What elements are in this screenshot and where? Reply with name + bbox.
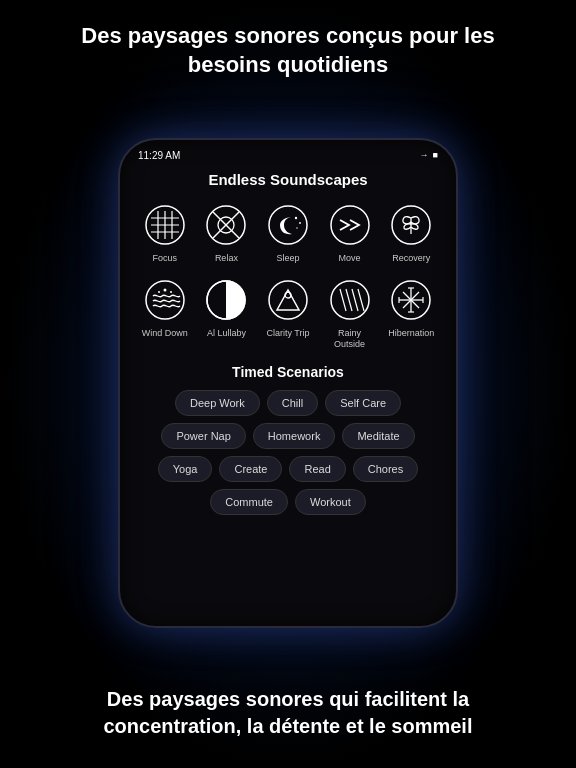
relax-label: Relax xyxy=(215,253,238,264)
phone-mockup: 11:29 AM → ■ Endless Soundscapes xyxy=(118,138,458,628)
soundscape-recovery[interactable]: Recovery xyxy=(385,202,437,264)
soundscapes-row-2: Wind Down Al Lullaby xyxy=(134,277,442,350)
soundscape-sleep[interactable]: Sleep xyxy=(262,202,314,264)
svg-point-20 xyxy=(158,291,160,293)
recovery-label: Recovery xyxy=(392,253,430,264)
pill-workout[interactable]: Workout xyxy=(295,489,366,515)
soundscape-hibernation[interactable]: Hibernation xyxy=(385,277,437,339)
svg-line-29 xyxy=(346,289,352,311)
timed-scenarios-title: Timed Scenarios xyxy=(134,364,442,380)
pill-self-care[interactable]: Self Care xyxy=(325,390,401,416)
clarity-label: Clarity Trip xyxy=(266,328,309,339)
status-icons: → ■ xyxy=(420,150,438,160)
soundscapes-row-1: Focus Relax xyxy=(134,202,442,264)
rainy-label: Rainy Outside xyxy=(324,328,376,350)
svg-point-13 xyxy=(299,222,301,224)
soundscape-clarity[interactable]: Clarity Trip xyxy=(262,277,314,339)
hibernation-label: Hibernation xyxy=(388,328,434,339)
move-label: Move xyxy=(339,253,361,264)
pill-meditate[interactable]: Meditate xyxy=(342,423,414,449)
pill-power-nap[interactable]: Power Nap xyxy=(161,423,245,449)
scenario-pills: Deep Work Chill Self Care Power Nap Home… xyxy=(134,390,442,515)
svg-point-21 xyxy=(170,291,172,293)
phone-title: Endless Soundscapes xyxy=(134,171,442,188)
airplane-icon: → xyxy=(420,150,429,160)
relax-icon xyxy=(203,202,249,248)
soundscape-lullaby[interactable]: Al Lullaby xyxy=(200,277,252,339)
status-time: 11:29 AM xyxy=(138,150,180,161)
svg-line-31 xyxy=(358,289,364,311)
outer-bg: Des paysages sonores conçus pour les bes… xyxy=(0,0,576,768)
pill-yoga[interactable]: Yoga xyxy=(158,456,213,482)
svg-point-14 xyxy=(296,227,297,228)
svg-point-11 xyxy=(269,206,307,244)
pill-read[interactable]: Read xyxy=(289,456,345,482)
svg-point-19 xyxy=(163,289,166,292)
soundscape-rainy[interactable]: Rainy Outside xyxy=(324,277,376,350)
pill-deep-work[interactable]: Deep Work xyxy=(175,390,260,416)
sleep-label: Sleep xyxy=(276,253,299,264)
lullaby-icon xyxy=(203,277,249,323)
rainy-icon xyxy=(327,277,373,323)
sleep-icon xyxy=(265,202,311,248)
pill-commute[interactable]: Commute xyxy=(210,489,288,515)
status-bar: 11:29 AM → ■ xyxy=(120,140,456,165)
phone-content: Endless Soundscapes xyxy=(120,165,456,626)
battery-icon: ■ xyxy=(433,150,438,160)
wind-down-icon xyxy=(142,277,188,323)
focus-icon xyxy=(142,202,188,248)
hibernation-icon xyxy=(388,277,434,323)
wind-down-label: Wind Down xyxy=(142,328,188,339)
pill-chill[interactable]: Chill xyxy=(267,390,318,416)
recovery-icon xyxy=(388,202,434,248)
pill-homework[interactable]: Homework xyxy=(253,423,336,449)
svg-marker-25 xyxy=(277,290,299,310)
bottom-heading: Des paysages sonores qui facilitent la c… xyxy=(68,686,508,740)
clarity-icon xyxy=(265,277,311,323)
soundscape-relax[interactable]: Relax xyxy=(200,202,252,264)
soundscape-wind-down[interactable]: Wind Down xyxy=(139,277,191,339)
pill-create[interactable]: Create xyxy=(219,456,282,482)
lullaby-label: Al Lullaby xyxy=(207,328,246,339)
svg-line-30 xyxy=(352,289,358,311)
svg-point-24 xyxy=(269,281,307,319)
top-heading: Des paysages sonores conçus pour les bes… xyxy=(58,22,518,79)
soundscape-focus[interactable]: Focus xyxy=(139,202,191,264)
svg-point-27 xyxy=(331,281,369,319)
svg-line-28 xyxy=(340,289,346,311)
move-icon xyxy=(327,202,373,248)
svg-point-12 xyxy=(295,216,297,218)
pill-chores[interactable]: Chores xyxy=(353,456,418,482)
focus-label: Focus xyxy=(153,253,178,264)
soundscape-move[interactable]: Move xyxy=(324,202,376,264)
